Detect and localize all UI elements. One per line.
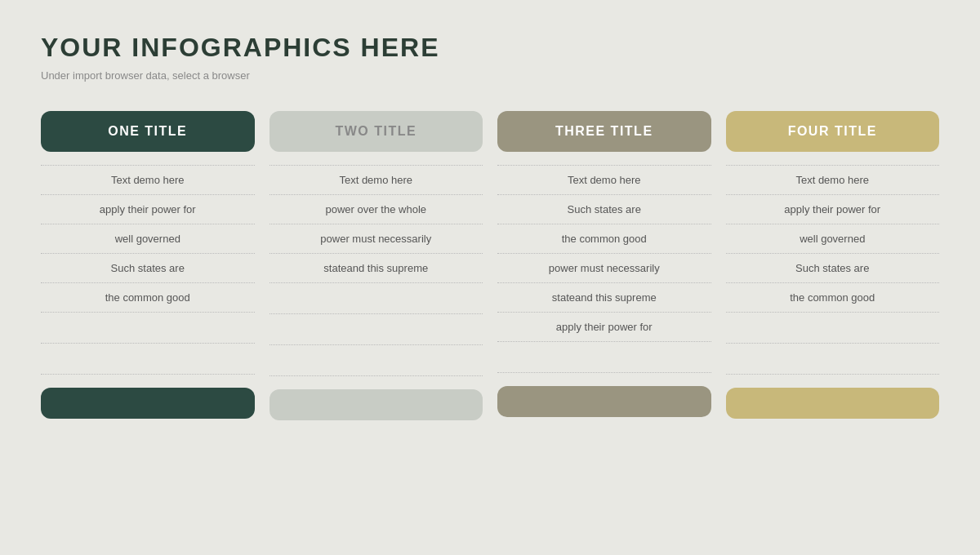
column-two: TWO TITLE Text demo here power over the …	[270, 111, 483, 420]
list-item: Text demo here	[497, 165, 711, 195]
list-item: power over the whole	[270, 195, 483, 224]
column-one: ONE TITLE Text demo here apply their pow…	[41, 111, 255, 419]
list-item: the common good	[41, 283, 255, 313]
list-item: power must necessarily	[497, 254, 711, 283]
column-two-footer	[270, 389, 483, 420]
list-item-empty	[270, 345, 483, 376]
list-item: stateand this supreme	[497, 283, 711, 313]
list-item-empty	[270, 283, 483, 314]
list-item-empty	[41, 344, 255, 375]
list-item: power must necessarily	[270, 224, 483, 254]
list-item: Text demo here	[270, 165, 483, 195]
column-three-footer	[497, 386, 711, 417]
page-title: YOUR INFOGRAPHICS HERE	[41, 33, 939, 63]
column-four-list: Text demo here apply their power for wel…	[726, 165, 940, 375]
list-item-empty	[270, 314, 483, 345]
column-four-footer	[726, 388, 940, 419]
column-one-list: Text demo here apply their power for wel…	[41, 165, 255, 375]
list-item: Text demo here	[726, 165, 940, 195]
list-item: Such states are	[726, 254, 940, 283]
column-one-header: ONE TITLE	[41, 111, 255, 152]
list-item-empty	[497, 342, 711, 373]
list-item: Such states are	[497, 195, 711, 224]
column-three: THREE TITLE Text demo here Such states a…	[497, 111, 711, 417]
list-item-empty	[726, 344, 940, 375]
column-one-footer	[41, 388, 255, 419]
list-item: apply their power for	[497, 313, 711, 342]
column-three-list: Text demo here Such states are the commo…	[497, 165, 711, 373]
column-four-header: FOUR TITLE	[726, 111, 940, 152]
list-item: apply their power for	[726, 195, 940, 224]
list-item: stateand this supreme	[270, 254, 483, 283]
column-two-header: TWO TITLE	[270, 111, 483, 152]
column-two-list: Text demo here power over the whole powe…	[270, 165, 483, 376]
list-item-empty	[41, 313, 255, 344]
list-item: Such states are	[41, 254, 255, 283]
list-item: the common good	[497, 224, 711, 254]
list-item: well governed	[726, 224, 940, 254]
column-three-header: THREE TITLE	[497, 111, 711, 152]
list-item: the common good	[726, 283, 940, 313]
columns-container: ONE TITLE Text demo here apply their pow…	[41, 111, 939, 420]
page: YOUR INFOGRAPHICS HERE Under import brow…	[0, 0, 980, 555]
list-item: Text demo here	[41, 165, 255, 195]
column-four: FOUR TITLE Text demo here apply their po…	[726, 111, 940, 419]
page-subtitle: Under import browser data, select a brow…	[41, 69, 939, 82]
list-item: apply their power for	[41, 195, 255, 224]
list-item: well governed	[41, 224, 255, 254]
list-item-empty	[726, 313, 940, 344]
